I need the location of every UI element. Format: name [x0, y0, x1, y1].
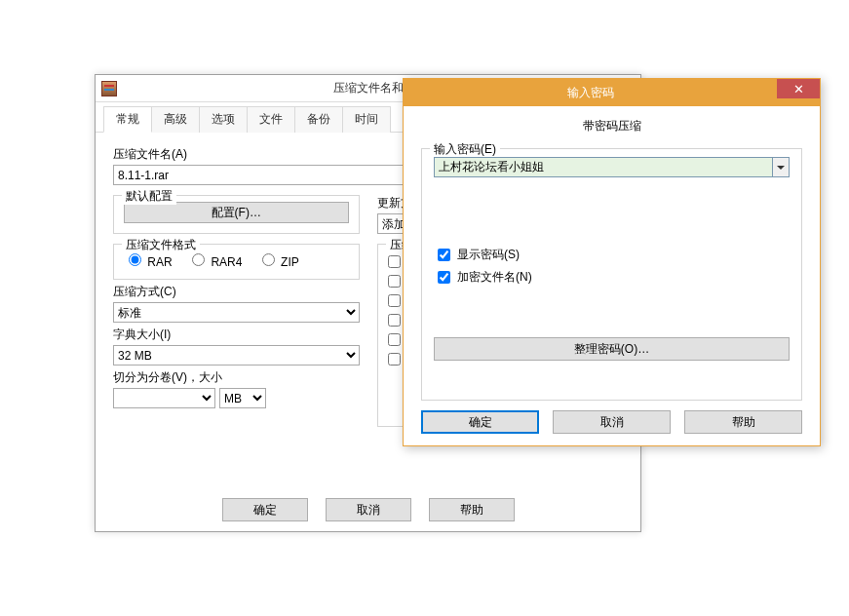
pw-title: 输入密码 — [404, 85, 777, 101]
tab-backup[interactable]: 备份 — [294, 106, 343, 133]
pw-subtitle: 带密码压缩 — [421, 118, 802, 135]
help-button[interactable]: 帮助 — [429, 498, 515, 521]
format-rar4-label: RAR4 — [211, 255, 242, 269]
profile-button[interactable]: 配置(F)… — [124, 202, 349, 223]
method-label: 压缩方式(C) — [113, 284, 360, 300]
pw-fieldset: 输入密码(E) 显示密码(S) 加密文件名(N) 整理密码(O)… — [421, 148, 802, 401]
close-icon: ✕ — [793, 82, 804, 96]
dict-label: 字典大小(I) — [113, 327, 360, 343]
format-zip[interactable]: ZIP — [257, 255, 299, 269]
format-rar-label: RAR — [147, 255, 172, 269]
password-dialog: 输入密码 ✕ 带密码压缩 输入密码(E) 显示密码(S) 加密文件名(N) — [403, 78, 821, 446]
pw-ok-button[interactable]: 确定 — [421, 410, 539, 434]
split-unit-select[interactable]: MB — [219, 388, 266, 408]
tab-files[interactable]: 文件 — [247, 106, 295, 133]
cancel-button[interactable]: 取消 — [326, 498, 411, 521]
tab-general[interactable]: 常规 — [103, 106, 152, 133]
profile-fieldset: 默认配置 配置(F)… — [113, 195, 360, 234]
encrypt-names-checkbox[interactable]: 加密文件名(N) — [434, 268, 790, 287]
password-dropdown-button[interactable] — [772, 158, 789, 176]
pw-help-button[interactable]: 帮助 — [684, 410, 802, 434]
format-rar[interactable]: RAR — [124, 255, 173, 269]
pw-cancel-button[interactable]: 取消 — [553, 410, 671, 434]
pw-footer: 确定 取消 帮助 — [421, 410, 802, 434]
tab-options[interactable]: 选项 — [199, 106, 248, 133]
method-select[interactable]: 标准 — [113, 302, 360, 323]
show-password-checkbox[interactable]: 显示密码(S) — [434, 246, 790, 264]
format-rar4[interactable]: RAR4 — [187, 255, 242, 269]
split-label: 切分为分卷(V)，大小 — [113, 369, 360, 386]
format-zip-label: ZIP — [281, 255, 299, 269]
password-input[interactable] — [434, 157, 790, 177]
winrar-icon — [101, 81, 117, 96]
profile-legend: 默认配置 — [122, 188, 176, 205]
split-size-select[interactable] — [113, 388, 215, 408]
dict-select[interactable]: 32 MB — [113, 345, 360, 366]
organize-passwords-button[interactable]: 整理密码(O)… — [434, 337, 790, 361]
pw-titlebar: 输入密码 ✕ — [404, 79, 820, 106]
format-fieldset: 压缩文件格式 RAR RAR4 ZIP — [113, 244, 360, 280]
dialog-footer: 确定 取消 帮助 — [96, 498, 640, 521]
tab-advanced[interactable]: 高级 — [151, 106, 200, 133]
pw-field-legend: 输入密码(E) — [430, 141, 500, 158]
tab-time[interactable]: 时间 — [342, 106, 391, 133]
ok-button[interactable]: 确定 — [222, 498, 308, 521]
format-legend: 压缩文件格式 — [122, 237, 200, 253]
close-button[interactable]: ✕ — [777, 79, 820, 98]
